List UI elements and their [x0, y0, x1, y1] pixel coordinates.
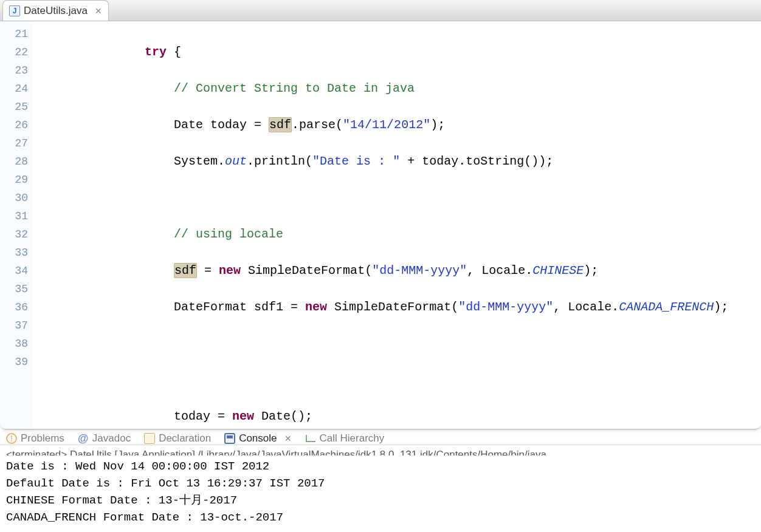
bottom-view-tabs: Problems @ Javadoc Declaration Console ✕…: [0, 431, 761, 445]
tab-call-hierarchy[interactable]: Call Hierarchy: [305, 432, 385, 445]
line-number-gutter: 21 22 23 24 25 26 27 28 29 30 31 32 33 3…: [0, 21, 33, 429]
java-file-icon: J: [9, 5, 20, 16]
console-icon: [224, 433, 235, 444]
code-line: System.out.println("Date is : " + today.…: [43, 152, 761, 171]
tab-problems-label: Problems: [21, 432, 64, 445]
code-line: // Convert String to Date in java: [43, 80, 761, 98]
javadoc-icon: @: [78, 433, 89, 444]
tab-declaration-label: Declaration: [159, 432, 211, 445]
tab-javadoc-label: Javadoc: [92, 432, 131, 445]
tab-call-hierarchy-label: Call Hierarchy: [320, 432, 385, 445]
code-line: DateFormat sdf1 = new SimpleDateFormat("…: [43, 298, 761, 316]
call-hierarchy-icon: [305, 433, 316, 444]
code-line: [43, 189, 761, 207]
code-line: // using locale: [43, 225, 761, 244]
tab-console-label: Console: [239, 432, 277, 445]
file-tab-dateutils[interactable]: J DateUtils.java ✕: [2, 0, 109, 21]
code-area[interactable]: try { // Convert String to Date in java …: [33, 21, 761, 429]
close-tab-icon[interactable]: ✕: [95, 6, 102, 16]
close-console-icon[interactable]: ✕: [284, 434, 292, 443]
tab-console[interactable]: Console ✕: [224, 432, 291, 445]
code-line: sdf = new SimpleDateFormat("dd-MMM-yyyy"…: [43, 262, 761, 280]
code-line: today = new Date();: [43, 408, 761, 426]
editor-tab-bar: J DateUtils.java ✕: [0, 0, 761, 21]
declaration-icon: [144, 433, 155, 444]
tab-declaration[interactable]: Declaration: [144, 432, 211, 445]
file-tab-label: DateUtils.java: [24, 5, 88, 17]
console-output[interactable]: Date is : Wed Nov 14 00:00:00 IST 2012 D…: [0, 455, 761, 532]
tab-javadoc[interactable]: @ Javadoc: [78, 432, 131, 445]
console-header: <terminated> DateUtils [Java Application…: [0, 445, 761, 455]
code-line: try {: [43, 43, 761, 61]
code-line: Date today = sdf.parse("14/11/2012");: [43, 116, 761, 134]
problems-icon: [6, 433, 17, 444]
tab-problems[interactable]: Problems: [6, 432, 64, 445]
code-line: [43, 335, 761, 353]
code-line: [43, 371, 761, 389]
code-editor[interactable]: 21 22 23 24 25 26 27 28 29 30 31 32 33 3…: [0, 21, 761, 430]
